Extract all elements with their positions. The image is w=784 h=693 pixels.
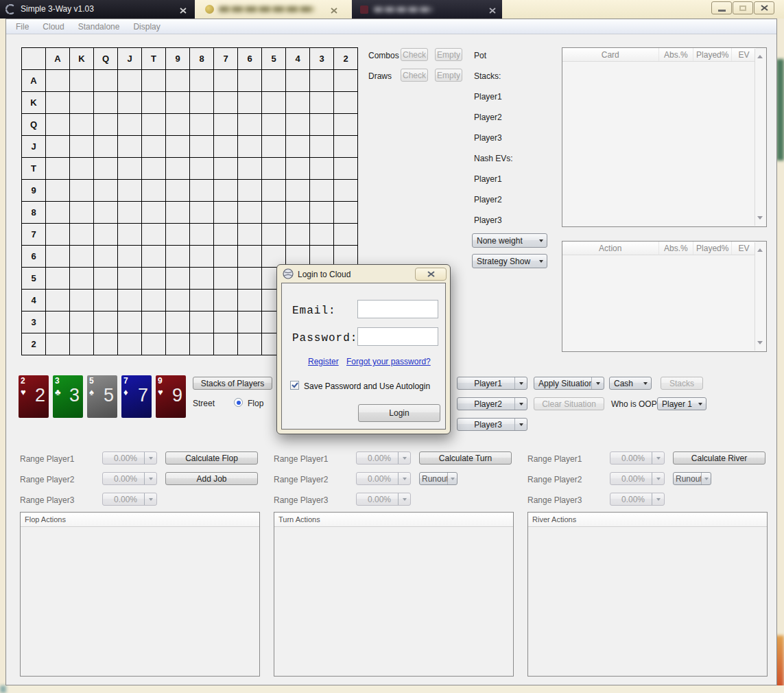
matrix-cell[interactable] bbox=[94, 158, 118, 180]
matrix-cell[interactable] bbox=[142, 224, 166, 246]
matrix-cell[interactable] bbox=[214, 290, 238, 312]
matrix-cell[interactable] bbox=[94, 246, 118, 268]
matrix-cell[interactable] bbox=[118, 268, 142, 290]
matrix-cell[interactable] bbox=[262, 224, 286, 246]
matrix-cell[interactable] bbox=[166, 136, 190, 158]
matrix-cell[interactable] bbox=[166, 333, 190, 355]
matrix-cell[interactable] bbox=[334, 202, 358, 224]
matrix-cell[interactable] bbox=[190, 312, 214, 333]
matrix-cell[interactable] bbox=[310, 202, 334, 224]
matrix-cell[interactable] bbox=[334, 158, 358, 180]
scroll-down-icon[interactable] bbox=[757, 216, 763, 222]
matrix-cell[interactable] bbox=[142, 246, 166, 268]
password-field[interactable] bbox=[357, 327, 438, 346]
matrix-cell[interactable] bbox=[166, 158, 190, 180]
matrix-cell[interactable] bbox=[214, 333, 238, 355]
situation-player3-select[interactable]: Player3 bbox=[457, 418, 527, 431]
matrix-cell[interactable] bbox=[310, 92, 334, 114]
matrix-cell[interactable] bbox=[190, 290, 214, 312]
stacks-of-players-button[interactable]: Stacks of Players bbox=[193, 377, 272, 390]
matrix-cell[interactable] bbox=[46, 202, 70, 224]
matrix-cell[interactable] bbox=[118, 92, 142, 114]
matrix-cell[interactable] bbox=[118, 158, 142, 180]
col-played[interactable]: Played% bbox=[693, 48, 731, 61]
background-tab-dark[interactable] bbox=[352, 0, 502, 19]
background-tab-light[interactable] bbox=[195, 0, 351, 19]
matrix-cell[interactable] bbox=[142, 158, 166, 180]
background-tab-dark-close-icon[interactable] bbox=[489, 6, 496, 12]
matrix-cell[interactable] bbox=[214, 92, 238, 114]
matrix-cell[interactable] bbox=[70, 70, 94, 92]
matrix-cell[interactable] bbox=[94, 92, 118, 114]
river-runouts-select[interactable]: Runouts bbox=[673, 472, 711, 485]
matrix-cell[interactable] bbox=[310, 180, 334, 202]
matrix-cell[interactable] bbox=[94, 290, 118, 312]
matrix-cell[interactable] bbox=[70, 312, 94, 333]
matrix-cell[interactable] bbox=[286, 202, 310, 224]
matrix-cell[interactable] bbox=[214, 246, 238, 268]
turn-range-player1-combo[interactable]: 0.00% bbox=[356, 451, 411, 465]
matrix-cell[interactable] bbox=[310, 70, 334, 92]
matrix-cell[interactable] bbox=[70, 268, 94, 290]
matrix-cell[interactable] bbox=[238, 312, 262, 333]
matrix-cell[interactable] bbox=[46, 224, 70, 246]
matrix-cell[interactable] bbox=[238, 333, 262, 355]
matrix-cell[interactable] bbox=[238, 268, 262, 290]
matrix-cell[interactable] bbox=[70, 333, 94, 355]
matrix-cell[interactable] bbox=[94, 136, 118, 158]
scroll-up-icon[interactable] bbox=[757, 52, 763, 58]
login-button[interactable]: Login bbox=[358, 404, 440, 422]
matrix-cell[interactable] bbox=[238, 158, 262, 180]
matrix-cell[interactable] bbox=[46, 290, 70, 312]
matrix-cell[interactable] bbox=[70, 114, 94, 136]
matrix-cell[interactable] bbox=[262, 136, 286, 158]
matrix-cell[interactable] bbox=[334, 114, 358, 136]
river-range-player2-combo[interactable]: 0.00% bbox=[610, 472, 665, 485]
matrix-cell[interactable] bbox=[190, 114, 214, 136]
matrix-cell[interactable] bbox=[94, 202, 118, 224]
menu-standalone[interactable]: Standalone bbox=[71, 19, 127, 32]
matrix-cell[interactable] bbox=[166, 312, 190, 333]
weight-select[interactable]: None weight bbox=[472, 233, 547, 248]
situation-player2-select[interactable]: Player2 bbox=[457, 397, 527, 410]
matrix-cell[interactable] bbox=[70, 290, 94, 312]
matrix-cell[interactable] bbox=[118, 333, 142, 355]
strategy-select[interactable]: Strategy Show bbox=[472, 254, 547, 268]
combos-check-button[interactable]: Check bbox=[401, 48, 428, 61]
matrix-cell[interactable] bbox=[166, 290, 190, 312]
menu-display[interactable]: Display bbox=[126, 19, 167, 32]
matrix-cell[interactable] bbox=[214, 158, 238, 180]
matrix-cell[interactable] bbox=[142, 268, 166, 290]
matrix-cell[interactable] bbox=[94, 268, 118, 290]
matrix-cell[interactable] bbox=[118, 114, 142, 136]
matrix-cell[interactable] bbox=[94, 114, 118, 136]
matrix-cell[interactable] bbox=[286, 70, 310, 92]
flop-range-player1-combo[interactable]: 0.00% bbox=[102, 451, 157, 465]
matrix-cell[interactable] bbox=[166, 92, 190, 114]
matrix-cell[interactable] bbox=[46, 268, 70, 290]
draws-empty-button[interactable]: Empty bbox=[435, 69, 462, 82]
matrix-cell[interactable] bbox=[334, 180, 358, 202]
matrix-cell[interactable] bbox=[190, 70, 214, 92]
matrix-cell[interactable] bbox=[94, 224, 118, 246]
matrix-cell[interactable] bbox=[334, 70, 358, 92]
app-close-icon[interactable] bbox=[180, 6, 187, 12]
background-tab-close-icon[interactable] bbox=[331, 6, 337, 12]
matrix-cell[interactable] bbox=[190, 333, 214, 355]
matrix-cell[interactable] bbox=[118, 290, 142, 312]
board-card-2[interactable]: 3 ♣ 3 bbox=[53, 375, 83, 418]
matrix-cell[interactable] bbox=[94, 333, 118, 355]
matrix-cell[interactable] bbox=[142, 333, 166, 355]
matrix-cell[interactable] bbox=[214, 202, 238, 224]
matrix-cell[interactable] bbox=[142, 70, 166, 92]
matrix-cell[interactable] bbox=[46, 158, 70, 180]
matrix-cell[interactable] bbox=[118, 70, 142, 92]
matrix-cell[interactable] bbox=[118, 136, 142, 158]
oop-player-select[interactable]: Player 1 bbox=[657, 397, 706, 410]
matrix-cell[interactable] bbox=[166, 268, 190, 290]
matrix-cell[interactable] bbox=[286, 136, 310, 158]
combos-empty-button[interactable]: Empty bbox=[435, 48, 462, 61]
matrix-cell[interactable] bbox=[70, 224, 94, 246]
matrix-cell[interactable] bbox=[142, 92, 166, 114]
matrix-cell[interactable] bbox=[118, 246, 142, 268]
